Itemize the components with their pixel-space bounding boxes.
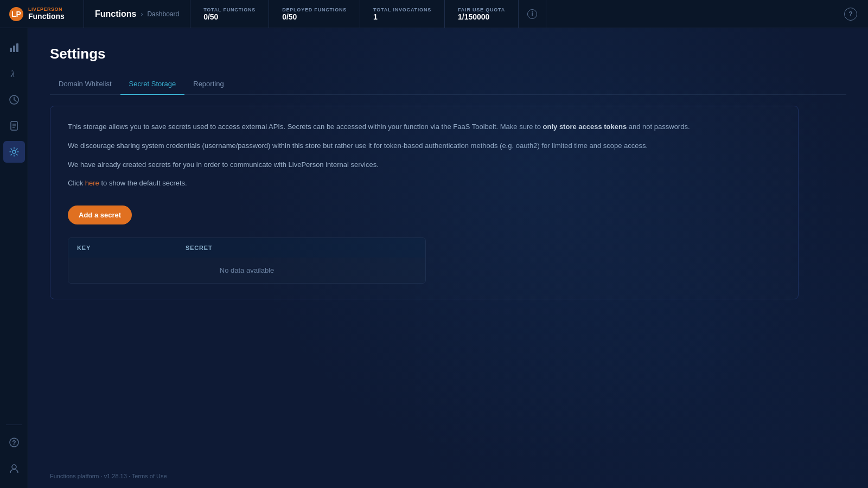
info-paragraph-3: We have already created secrets for you … [68, 159, 781, 171]
settings-card: This storage allows you to save secrets … [50, 106, 799, 299]
table-empty-message: No data available [68, 258, 425, 283]
info-text-p1-bold: only store access tokens [543, 123, 627, 131]
stat-fair-use-quota: FAIR USE QUOTA 1/150000 [445, 0, 519, 28]
chevron-right-icon: › [141, 10, 143, 18]
sidebar-item-analytics[interactable] [3, 37, 25, 59]
sidebar-item-user[interactable] [3, 458, 25, 479]
stat-fair-use-quota-value: 1/150000 [458, 12, 505, 21]
click-text: Click [68, 179, 85, 187]
table-col-key-header: KEY [77, 245, 186, 251]
sidebar-divider [6, 425, 22, 425]
svg-text:LP: LP [11, 10, 21, 18]
info-text-p1-before: This storage allows you to save secrets … [68, 123, 543, 131]
breadcrumb: Functions › Dashboard [84, 0, 190, 28]
info-paragraph-1: This storage allows you to save secrets … [68, 121, 781, 133]
breadcrumb-title: Functions [95, 9, 136, 19]
sidebar-item-schedules[interactable] [3, 89, 25, 111]
svg-rect-4 [16, 43, 18, 52]
table-col-secret-header: SECRET [186, 245, 417, 251]
svg-rect-3 [13, 46, 15, 52]
lambda-icon: λ [9, 68, 20, 79]
info-paragraph-4: Click here to show the default secrets. [68, 178, 781, 189]
here-link[interactable]: here [85, 179, 99, 187]
document-icon [9, 120, 20, 131]
logo-text: LIVEPERSON Functions [28, 7, 65, 21]
stat-deployed-functions: DEPLOYED FUNCTIONS 0/50 [269, 0, 360, 28]
content-area: Settings Domain Whitelist Secret Storage… [28, 28, 868, 488]
main-layout: λ [0, 28, 868, 488]
add-secret-button[interactable]: Add a secret [68, 206, 132, 224]
tab-reporting[interactable]: Reporting [184, 75, 232, 94]
svg-rect-2 [10, 48, 12, 52]
user-icon [9, 463, 20, 474]
svg-text:?: ? [12, 439, 16, 447]
sidebar-item-help[interactable]: ? [3, 432, 25, 453]
stat-total-functions-value: 0/50 [203, 12, 256, 21]
info-paragraph-2: We discourage sharing system credentials… [68, 140, 781, 152]
secrets-table: KEY SECRET No data available [68, 237, 426, 284]
help-button[interactable]: ? [844, 8, 857, 21]
stat-deployed-functions-value: 0/50 [282, 12, 347, 21]
sidebar-item-functions[interactable]: λ [3, 63, 25, 85]
table-header: KEY SECRET [68, 238, 425, 258]
info-text-p1-after: and not passwords. [627, 123, 690, 131]
stat-total-invocations-value: 1 [373, 12, 431, 21]
chart-icon [9, 42, 20, 53]
footer: Functions platform · v1.28.13 · Terms of… [50, 473, 167, 479]
tabs-container: Domain Whitelist Secret Storage Reportin… [50, 75, 846, 95]
svg-text:λ: λ [10, 69, 15, 79]
clock-icon [9, 94, 20, 105]
click-text-after: to show the default secrets. [99, 179, 187, 187]
table-body: No data available [68, 258, 425, 283]
sidebar: λ [0, 28, 28, 488]
help-circle-icon: ? [9, 437, 20, 448]
top-header: LP LIVEPERSON Functions Functions › Dash… [0, 0, 868, 28]
tab-secret-storage[interactable]: Secret Storage [120, 75, 185, 94]
stat-deployed-functions-label: DEPLOYED FUNCTIONS [282, 7, 347, 12]
sidebar-bottom: ? [3, 422, 25, 488]
tab-domain-whitelist[interactable]: Domain Whitelist [50, 75, 120, 94]
svg-line-8 [14, 100, 16, 101]
stat-total-functions-label: TOTAL FUNCTIONS [203, 7, 256, 12]
stat-fair-use-quota-label: FAIR USE QUOTA [458, 7, 505, 12]
logo-product: Functions [28, 12, 65, 21]
breadcrumb-sub: Dashboard [147, 10, 179, 18]
stat-total-invocations-label: TOTAL INVOCATIONS [373, 7, 431, 12]
liveperson-logo-icon: LP [9, 7, 24, 22]
sidebar-item-documents[interactable] [3, 115, 25, 137]
stat-total-invocations: TOTAL INVOCATIONS 1 [360, 0, 445, 28]
header-right: ? [833, 8, 868, 21]
gear-icon [9, 146, 20, 157]
page-title: Settings [50, 46, 846, 62]
svg-point-13 [12, 150, 16, 153]
info-icon[interactable]: i [527, 9, 537, 19]
sidebar-item-settings[interactable] [3, 141, 25, 163]
footer-platform-info: Functions platform · v1.28.13 · Terms of… [50, 473, 167, 479]
svg-point-16 [12, 465, 16, 469]
stat-total-functions: TOTAL FUNCTIONS 0/50 [190, 0, 269, 28]
logo-area: LP LIVEPERSON Functions [0, 0, 84, 28]
info-icon-area[interactable]: i [519, 0, 546, 28]
